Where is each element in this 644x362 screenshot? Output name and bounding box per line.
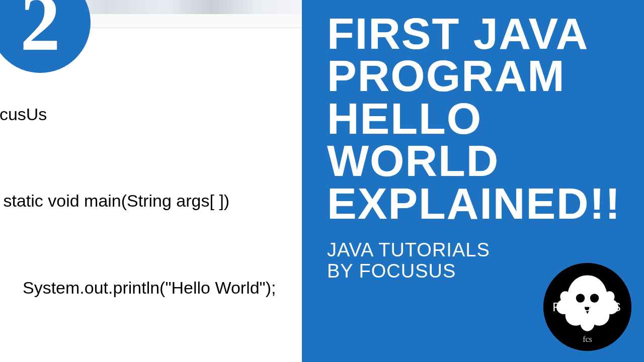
title-card: FIRST JAVA PROGRAM HELLO WORLD EXPLAINED… bbox=[302, 0, 644, 362]
code-line-1: ocusUs bbox=[0, 105, 302, 124]
logo-signature: fcs bbox=[583, 335, 592, 344]
focusus-logo: FOCUSUS fcs bbox=[543, 263, 631, 351]
main-title: FIRST JAVA PROGRAM HELLO WORLD EXPLAINED… bbox=[327, 13, 629, 225]
episode-number: 2 bbox=[20, 0, 60, 63]
logo-text: FOCUSUS bbox=[552, 300, 622, 314]
code-line-2: c static void main(String args[ ]) bbox=[0, 191, 302, 211]
code-line-3: System.out.println("Hello World"); bbox=[23, 278, 302, 298]
code-area: ocusUs c static void main(String args[ ]… bbox=[0, 30, 302, 337]
